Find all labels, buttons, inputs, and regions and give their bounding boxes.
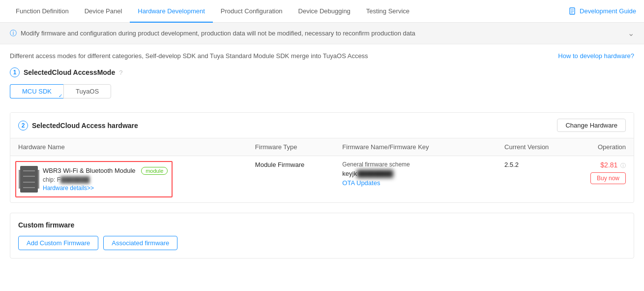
info-icon: ⓘ bbox=[10, 29, 17, 38]
associated-firmware-button[interactable]: Associated firmware bbox=[103, 236, 177, 250]
chip-image bbox=[20, 166, 38, 193]
col-header-version: Current Version bbox=[497, 138, 571, 156]
hw-chip-info: chip: F███████ bbox=[43, 176, 168, 183]
custom-firmware-section: Custom firmware Add Custom Firmware Asso… bbox=[10, 213, 634, 259]
hw-module-name: WBR3 Wi-Fi & Bluetooth Module module bbox=[43, 167, 168, 175]
book-icon bbox=[569, 7, 577, 15]
how-to-develop-link[interactable]: How to develop hardware? bbox=[558, 52, 634, 60]
price-display: $2.81 ⓘ bbox=[600, 161, 626, 169]
hw-selected-indicator: WBR3 Wi-Fi & Bluetooth Module module chi… bbox=[15, 161, 173, 197]
step-1-badge: 1 bbox=[10, 67, 20, 77]
table-header: Hardware Name Firmware Type Firmware Nam… bbox=[10, 138, 634, 156]
col-header-operation: Operation bbox=[571, 138, 634, 156]
fw-name-cell: General firmware scheme keyjk████████ OT… bbox=[334, 156, 497, 203]
info-banner-content: ⓘ Modify firmware and configuration duri… bbox=[10, 29, 415, 38]
price-section: $2.81 ⓘ Buy now bbox=[579, 161, 626, 184]
add-custom-firmware-button[interactable]: Add Custom Firmware bbox=[18, 236, 98, 250]
price-info-icon[interactable]: ⓘ bbox=[620, 162, 626, 168]
chip-id-blurred: ███████ bbox=[60, 176, 90, 183]
chip-line-1 bbox=[23, 170, 35, 171]
operation-cell: $2.81 ⓘ Buy now bbox=[571, 156, 634, 203]
hardware-table: Hardware Name Firmware Type Firmware Nam… bbox=[10, 138, 634, 202]
table-row: WBR3 Wi-Fi & Bluetooth Module module chi… bbox=[10, 156, 634, 203]
mcu-sdk-button[interactable]: MCU SDK bbox=[10, 84, 63, 98]
nav-item-product-configuration[interactable]: Product Configuration bbox=[213, 0, 291, 23]
nav-item-function-definition[interactable]: Function Definition bbox=[8, 0, 77, 23]
access-mode-title: SelectedCloud AccessMode bbox=[24, 68, 115, 76]
fw-key: keyjk████████ bbox=[342, 170, 489, 177]
hw-details: WBR3 Wi-Fi & Bluetooth Module module chi… bbox=[43, 167, 168, 192]
chip-line-2 bbox=[23, 176, 35, 177]
access-info-bar: Different access modes for different cat… bbox=[10, 52, 634, 60]
hardware-title-row: 2 SelectedCloud Access hardware bbox=[18, 121, 138, 130]
fw-scheme-label: General firmware scheme bbox=[342, 161, 489, 168]
hardware-section-header: 2 SelectedCloud Access hardware Change H… bbox=[10, 113, 634, 138]
chip-line-3 bbox=[23, 182, 35, 183]
tuya-os-button[interactable]: TuyaOS bbox=[63, 84, 111, 98]
fw-type-cell: Module Firmware bbox=[247, 156, 335, 203]
fw-key-blurred: ████████ bbox=[357, 170, 393, 177]
access-mode-buttons: MCU SDK TuyaOS bbox=[10, 84, 634, 98]
development-guide-link[interactable]: Development Guide bbox=[569, 7, 636, 15]
col-header-fw-name: Firmware Name/Firmware Key bbox=[334, 138, 497, 156]
hardware-section: 2 SelectedCloud Access hardware Change H… bbox=[10, 112, 634, 203]
hw-name-cell: WBR3 Wi-Fi & Bluetooth Module module chi… bbox=[10, 156, 247, 203]
hardware-section-title: SelectedCloud Access hardware bbox=[32, 122, 138, 129]
change-hardware-button[interactable]: Change Hardware bbox=[557, 119, 626, 132]
info-banner: ⓘ Modify firmware and configuration duri… bbox=[0, 23, 644, 44]
nav-item-hardware-development[interactable]: Hardware Development bbox=[130, 0, 213, 23]
custom-firmware-title: Custom firmware bbox=[18, 221, 626, 229]
custom-firmware-buttons: Add Custom Firmware Associated firmware bbox=[18, 236, 626, 250]
nav-item-testing-service[interactable]: Testing Service bbox=[358, 0, 417, 23]
help-icon[interactable]: ? bbox=[119, 69, 122, 76]
hw-details-link[interactable]: Hardware details>> bbox=[43, 185, 168, 192]
version-cell: 2.5.2 bbox=[497, 156, 571, 203]
table-body: WBR3 Wi-Fi & Bluetooth Module module chi… bbox=[10, 156, 634, 203]
module-badge: module bbox=[141, 167, 168, 175]
main-content: Different access modes for different cat… bbox=[0, 44, 644, 266]
top-navigation: Function Definition Device Panel Hardwar… bbox=[0, 0, 644, 23]
nav-item-device-panel[interactable]: Device Panel bbox=[77, 0, 130, 23]
access-mode-header: 1 SelectedCloud AccessMode ? bbox=[10, 67, 634, 77]
ota-updates-link[interactable]: OTA Updates bbox=[342, 179, 489, 187]
col-header-hw-name: Hardware Name bbox=[10, 138, 247, 156]
nav-item-device-debugging[interactable]: Device Debugging bbox=[291, 0, 358, 23]
buy-now-button[interactable]: Buy now bbox=[590, 172, 626, 184]
collapse-icon[interactable]: ⌄ bbox=[628, 29, 634, 38]
step-2-badge: 2 bbox=[18, 121, 28, 130]
chip-line-4 bbox=[23, 187, 35, 188]
col-header-fw-type: Firmware Type bbox=[247, 138, 335, 156]
